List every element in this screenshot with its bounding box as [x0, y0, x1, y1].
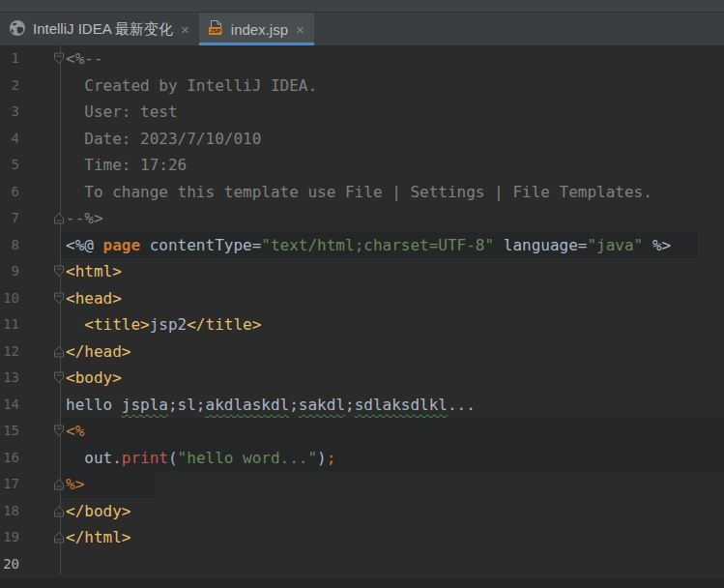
line-number: 1 [0, 45, 19, 73]
code-text: <html> [66, 258, 122, 285]
tab-label: index.jsp [231, 21, 288, 38]
line-number: 19 [0, 524, 19, 551]
fold-region-end-icon[interactable] [53, 505, 65, 517]
line-number: 15 [0, 418, 19, 445]
tab-intellij-idea-whats-new[interactable]: IntelliJ IDEA 最新变化 × [0, 13, 199, 45]
line-number: 20 [0, 551, 19, 578]
line-number: 12 [0, 338, 19, 366]
code-text: <body> [66, 365, 122, 392]
fold-region-start-icon[interactable] [53, 371, 65, 384]
code-text: User: test [66, 99, 178, 126]
jsp-file-icon: JSP [208, 19, 224, 39]
fold-region-end-icon[interactable] [53, 212, 65, 224]
code-text: <% [66, 418, 84, 445]
code-text: </html> [66, 524, 130, 551]
code-text: out.print("hello word..."); [66, 445, 335, 472]
code-text: hello jspla;sl;akdlaskdl;sakdl;sdlaksdlk… [66, 392, 476, 419]
intellij-window: IntelliJ IDEA 最新变化 × JSP index.jsp × 1<%… [0, 0, 724, 588]
code-line-15[interactable]: 15<% [0, 418, 724, 445]
line-number: 4 [0, 126, 19, 153]
fold-region-end-icon[interactable] [53, 345, 65, 358]
code-editor[interactable]: 1<%--2 Created by IntelliJ IDEA.3 User: … [0, 45, 724, 588]
code-line-8[interactable]: 8<%@ page contentType="text/html;charset… [0, 232, 724, 259]
code-line-1[interactable]: 1<%-- [0, 45, 724, 73]
code-line-17[interactable]: 17%> [0, 471, 724, 498]
tab-index-jsp[interactable]: JSP index.jsp × [199, 13, 314, 45]
code-text: <title>jsp2</title> [66, 311, 261, 338]
editor-tab-bar: IntelliJ IDEA 最新变化 × JSP index.jsp × [0, 13, 724, 45]
code-line-5[interactable]: 5 Time: 17:26 [0, 152, 724, 179]
line-number: 9 [0, 258, 19, 285]
code-line-18[interactable]: 18</body> [0, 498, 724, 525]
code-text: Date: 2023/7/10/010 [66, 126, 261, 153]
line-number: 6 [0, 179, 19, 206]
code-text: <%-- [66, 45, 103, 73]
code-line-14[interactable]: 14hello jspla;sl;akdlaskdl;sakdl;sdlaksd… [0, 392, 724, 419]
fold-region-end-icon[interactable] [53, 478, 65, 490]
code-text: <head> [66, 285, 122, 312]
line-number: 3 [0, 99, 19, 126]
close-tab-icon[interactable]: × [295, 22, 305, 37]
code-line-13[interactable]: 13<body> [0, 365, 724, 392]
code-line-12[interactable]: 12</head> [0, 338, 724, 366]
editor-bottom-strip [0, 578, 724, 588]
code-lines: 1<%--2 Created by IntelliJ IDEA.3 User: … [0, 45, 724, 577]
close-tab-icon[interactable]: × [180, 22, 190, 37]
code-text: Created by IntelliJ IDEA. [66, 73, 317, 100]
tab-label: IntelliJ IDEA 最新变化 [33, 20, 173, 39]
code-line-20[interactable]: 20 [0, 551, 724, 578]
code-line-16[interactable]: 16 out.print("hello word..."); [0, 445, 724, 472]
fold-region-start-icon[interactable] [53, 292, 65, 305]
line-number: 18 [0, 498, 19, 525]
code-text: </head> [66, 338, 130, 366]
code-line-11[interactable]: 11 <title>jsp2</title> [0, 311, 724, 338]
code-line-4[interactable]: 4 Date: 2023/7/10/010 [0, 126, 724, 153]
line-number: 11 [0, 311, 19, 338]
line-number: 10 [0, 285, 19, 312]
line-number: 5 [0, 152, 19, 179]
svg-text:JSP: JSP [210, 28, 220, 34]
code-line-6[interactable]: 6 To change this template use File | Set… [0, 179, 724, 206]
line-number: 8 [0, 232, 19, 259]
fold-region-start-icon[interactable] [53, 52, 65, 65]
fold-region-start-icon[interactable] [53, 425, 65, 437]
line-number: 7 [0, 205, 19, 232]
line-number: 14 [0, 392, 19, 419]
globe-icon [9, 19, 26, 40]
gutter-fold-guide-line [60, 45, 61, 574]
injected-fragment-background [60, 418, 724, 445]
code-text: %> [66, 471, 84, 498]
code-line-2[interactable]: 2 Created by IntelliJ IDEA. [0, 73, 724, 100]
code-text: </body> [66, 498, 130, 525]
code-line-9[interactable]: 9<html> [0, 258, 724, 285]
line-number: 16 [0, 445, 19, 472]
line-number: 2 [0, 73, 19, 100]
code-line-3[interactable]: 3 User: test [0, 99, 724, 126]
code-line-10[interactable]: 10<head> [0, 285, 724, 312]
window-titlebar [0, 0, 724, 13]
code-line-19[interactable]: 19</html> [0, 524, 724, 551]
code-text: Time: 17:26 [66, 152, 187, 179]
code-text: <%@ page contentType="text/html;charset=… [66, 232, 671, 259]
line-number: 13 [0, 365, 19, 392]
code-line-7[interactable]: 7--%> [0, 205, 724, 232]
fold-region-end-icon[interactable] [53, 531, 65, 544]
fold-region-start-icon[interactable] [53, 265, 65, 278]
line-number: 17 [0, 471, 19, 498]
code-text: To change this template use File | Setti… [66, 179, 652, 206]
code-text: --%> [66, 205, 103, 232]
